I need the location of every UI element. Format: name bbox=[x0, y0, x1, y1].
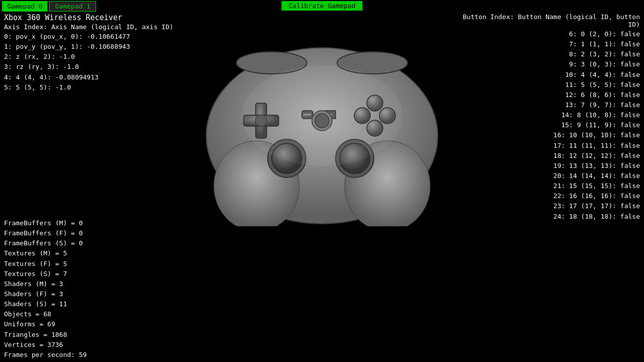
axis-item: 0: pov_x (pov_x, 0): -0.10661477 bbox=[4, 32, 187, 42]
tab-bar: Gamepad 0 Gamepad 1 bbox=[0, 0, 98, 13]
stat-item: Textures (M) = 5 bbox=[4, 248, 87, 258]
axis-item: 4: 4 (4, 4): -0.08094913 bbox=[4, 72, 187, 82]
axis-item: 3: rz (ry, 3): -1.0 bbox=[4, 62, 187, 72]
buttons-list: 6: 0 (2, 0): false7: 1 (1, 1): false8: 2… bbox=[457, 29, 640, 222]
button-item: 17: 11 (11, 11): false bbox=[457, 141, 640, 151]
stats-list: FrameBuffers (M) = 0FrameBuffers (F) = 0… bbox=[4, 218, 87, 350]
button-item: 8: 2 (3, 2): false bbox=[457, 49, 640, 59]
stat-item: Uniforms = 69 bbox=[4, 319, 87, 329]
stat-item: FrameBuffers (M) = 0 bbox=[4, 218, 87, 228]
stat-item: FrameBuffers (S) = 0 bbox=[4, 238, 87, 248]
button-item: 18: 12 (12, 12): false bbox=[457, 151, 640, 161]
button-item: 15: 9 (11, 9): false bbox=[457, 120, 640, 130]
button-item: 13: 7 (9, 7): false bbox=[457, 100, 640, 110]
axis-item: 1: pov_y (pov_y, 1): -0.10688943 bbox=[4, 42, 187, 52]
stat-item: Shaders (M) = 3 bbox=[4, 279, 87, 289]
axis-item: 2: z (rx, 2): -1.0 bbox=[4, 52, 187, 62]
button-item: 6: 0 (2, 0): false bbox=[457, 29, 640, 39]
button-header: Button Index: Button Name (logical ID, b… bbox=[457, 13, 640, 28]
button-item: 20: 14 (14, 14): false bbox=[457, 171, 640, 181]
right-panel: Button Index: Button Name (logical ID, b… bbox=[453, 11, 644, 224]
stat-item: Textures (S) = 7 bbox=[4, 269, 87, 279]
stat-item: Shaders (S) = 11 bbox=[4, 299, 87, 309]
button-item: 10: 4 (4, 4): false bbox=[457, 70, 640, 80]
button-item: 9: 3 (0, 3): false bbox=[457, 59, 640, 69]
axis-header: Axis Index: Axis Name (logical ID, axis … bbox=[4, 23, 187, 31]
button-item: 21: 15 (15, 15): false bbox=[457, 181, 640, 191]
button-item: 12: 6 (8, 6): false bbox=[457, 90, 640, 100]
svg-point-22 bbox=[242, 65, 403, 166]
left-panel: Xbox 360 Wireless Receiver Axis Index: A… bbox=[0, 11, 191, 95]
stat-item: Shaders (F) = 3 bbox=[4, 289, 87, 299]
stat-item: Textures (F) = 5 bbox=[4, 259, 87, 269]
calibrate-button[interactable]: Calibrate Gamepad bbox=[281, 1, 362, 11]
fps-display: Frames per second: 59 bbox=[4, 350, 87, 360]
controller-image bbox=[201, 15, 443, 226]
button-item: 7: 1 (1, 1): false bbox=[457, 39, 640, 49]
bottom-stats: FrameBuffers (M) = 0FrameBuffers (F) = 0… bbox=[0, 216, 91, 362]
axis-item: 5: 5 (5, 5): -1.0 bbox=[4, 82, 187, 93]
stat-item: Objects = 68 bbox=[4, 309, 87, 319]
button-item: 22: 16 (16, 16): false bbox=[457, 191, 640, 201]
stat-item: FrameBuffers (F) = 0 bbox=[4, 228, 87, 238]
button-item: 11: 5 (5, 5): false bbox=[457, 80, 640, 90]
axes-list: 0: pov_x (pov_x, 0): -0.106614771: pov_y… bbox=[4, 32, 187, 93]
button-item: 14: 8 (10, 8): false bbox=[457, 110, 640, 120]
tab-gamepad1[interactable]: Gamepad 1 bbox=[49, 1, 96, 12]
button-item: 16: 10 (10, 10): false bbox=[457, 130, 640, 140]
button-item: 19: 13 (13, 13): false bbox=[457, 161, 640, 171]
button-item: 24: 18 (18, 18): false bbox=[457, 212, 640, 222]
device-name: Xbox 360 Wireless Receiver bbox=[4, 13, 187, 22]
stat-item: Vertices = 3736 bbox=[4, 340, 87, 350]
tab-gamepad0[interactable]: Gamepad 0 bbox=[2, 1, 47, 12]
stat-item: Triangles = 1868 bbox=[4, 330, 87, 340]
button-item: 23: 17 (17, 17): false bbox=[457, 201, 640, 211]
